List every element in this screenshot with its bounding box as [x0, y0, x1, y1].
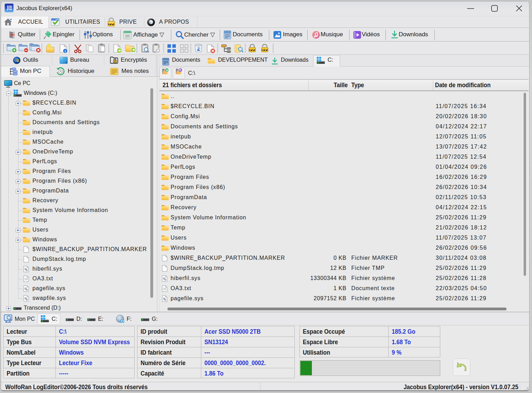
svg-text:i: i [65, 49, 66, 53]
